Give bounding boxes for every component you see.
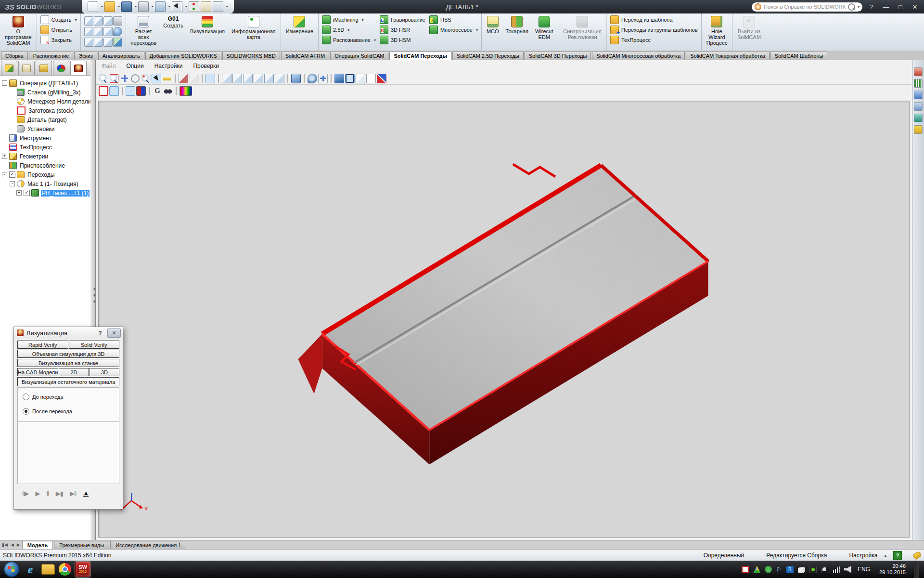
view-top-icon[interactable]	[264, 74, 274, 83]
pan-icon[interactable]	[120, 74, 129, 83]
view-front-icon[interactable]	[222, 74, 231, 83]
command-tab[interactable]: SolidCAM AFRM	[281, 52, 330, 60]
command-tab[interactable]: Сборка	[1, 52, 28, 60]
tree-item[interactable]: ТехПроцесс	[2, 143, 90, 152]
menu-item[interactable]: Опции	[127, 63, 144, 69]
pause-button[interactable]: Ⅱ	[46, 490, 49, 497]
network-signal-icon[interactable]	[833, 566, 840, 573]
view-cube-icon[interactable]	[103, 38, 113, 47]
separator[interactable]	[122, 87, 123, 95]
select-arrow-icon[interactable]	[172, 1, 182, 12]
zoom-in-out-icon[interactable]	[141, 74, 151, 83]
compare-swap-icon[interactable]	[377, 74, 386, 83]
shaded-mode-icon[interactable]	[334, 74, 344, 83]
tree-checkbox[interactable]: ✓	[24, 190, 30, 196]
template-operation-icon[interactable]: Переход из шаблона	[610, 15, 698, 24]
gcode-icon[interactable]: G	[153, 86, 162, 96]
tree-item[interactable]: Приспособление	[2, 161, 90, 170]
hss-icon[interactable]: HSS	[429, 15, 478, 24]
step-forward-button[interactable]: ▶▮	[56, 490, 63, 497]
select-cursor-icon[interactable]	[152, 74, 161, 83]
tab-scroll-first[interactable]: ▮◀	[2, 542, 8, 547]
tree-item[interactable]: Установки	[2, 124, 90, 133]
command-tab[interactable]: SolidCAM Переходы	[389, 52, 451, 60]
tree-checkbox[interactable]: ✓	[9, 171, 15, 178]
view-cube-icon[interactable]	[94, 27, 103, 36]
rest-material-button[interactable]: Визуализация остаточного материала	[17, 377, 119, 386]
cad-model-button[interactable]: 3D	[90, 368, 119, 376]
command-tab[interactable]: Добавления SOLIDWORKS	[145, 52, 221, 60]
command-tab[interactable]: Расположение	[29, 52, 74, 60]
solidcam-tray-icon[interactable]	[742, 566, 749, 573]
expand-toggle[interactable]: +	[2, 154, 7, 159]
section-view-icon[interactable]	[113, 38, 122, 47]
tree-item[interactable]: - Mac 1 (1- Позиция)	[2, 179, 90, 188]
imachining-icon[interactable]: iMachining ▾	[322, 15, 376, 24]
undo-icon[interactable]	[155, 1, 166, 12]
search-dropdown-arrow[interactable]: ▾	[858, 5, 860, 9]
command-tab[interactable]: SolidCAM Многоосевая обработка	[592, 52, 685, 60]
radio-option[interactable]: После перехода	[23, 408, 114, 415]
rest-material-icon[interactable]	[136, 86, 146, 96]
transparent-mode-icon[interactable]	[366, 74, 376, 83]
view-back-icon[interactable]	[232, 74, 242, 83]
display-settings-icon[interactable]	[213, 1, 223, 12]
view-bottom-icon[interactable]	[275, 74, 284, 83]
view-cube-icon[interactable]	[84, 38, 93, 47]
expand-toggle[interactable]: -	[2, 172, 7, 177]
clock[interactable]: 20:46 29.10.2015	[879, 563, 906, 576]
internet-explorer-icon[interactable]: e	[23, 562, 38, 577]
command-tab[interactable]: Операция SolidCAM	[330, 52, 388, 60]
speaker-icon[interactable]	[844, 566, 851, 573]
tab-scroll-left[interactable]: ◀	[11, 542, 14, 547]
show-stock-icon[interactable]	[179, 74, 188, 83]
tree-item[interactable]: - ✓ Переходы	[2, 170, 90, 179]
tree-item[interactable]: Деталь (target)	[2, 115, 90, 124]
language-indicator[interactable]: ENG	[858, 566, 870, 573]
multiaxis-icon[interactable]: Многоосевое ▾	[429, 26, 478, 34]
play-button[interactable]: ▶	[35, 490, 39, 497]
help-button[interactable]: ?	[866, 3, 877, 11]
render-drop-icon[interactable]	[113, 27, 122, 36]
google-drive-icon[interactable]	[753, 566, 760, 573]
configuration-arrow[interactable]: ▴	[884, 553, 886, 558]
zoom-window-icon[interactable]	[109, 74, 119, 83]
select-dropdown-arrow[interactable]	[184, 2, 187, 12]
view-cube-icon[interactable]	[84, 27, 93, 36]
close-cam-part-button[interactable]: Закрыть	[40, 36, 77, 44]
rebuild-traffic-light-icon[interactable]	[189, 1, 199, 12]
help-search-input[interactable]: Поиск в Справке по SOLIDWORKS ▾	[752, 2, 862, 12]
tab-scroll-right[interactable]: ▶	[17, 542, 20, 547]
view-cube-icon[interactable]	[103, 16, 113, 26]
separator[interactable]	[218, 74, 219, 83]
right-toolbar-icon-1[interactable]	[914, 67, 923, 76]
machine-coordinate-icon[interactable]	[318, 74, 328, 83]
zoom-fit-icon[interactable]	[99, 74, 108, 83]
highlight-icon[interactable]	[205, 74, 215, 83]
generate-gcode-button[interactable]: G01 Создать	[162, 15, 185, 29]
shaded-edges-mode-icon[interactable]	[345, 74, 355, 83]
mco-button[interactable]: MCO	[485, 15, 500, 35]
start-button[interactable]	[4, 562, 19, 577]
open-cam-part-button[interactable]: Открыть	[40, 26, 77, 34]
machine-simulation-button[interactable]: Визуализация на станке	[17, 359, 119, 367]
shell-display-icon[interactable]	[308, 74, 317, 83]
view-cube-icon[interactable]	[94, 38, 103, 47]
model-tab[interactable]: Трехмерные виды	[54, 541, 109, 549]
display-dropdown-arrow[interactable]	[225, 2, 228, 12]
radio-option[interactable]: До перехода	[23, 394, 114, 400]
minimize-button[interactable]: —	[881, 3, 891, 11]
separator[interactable]	[175, 74, 176, 83]
command-tab[interactable]: SolidCAM Шаблоны	[770, 52, 828, 60]
hsm-3d-icon[interactable]: 3D HSM	[380, 36, 425, 44]
model-tab[interactable]: Модель	[22, 541, 53, 549]
antivirus-shield-icon[interactable]	[765, 566, 772, 573]
satellite-icon[interactable]	[821, 566, 828, 573]
command-tab[interactable]: SolidCAM 2.5D Переходы	[452, 52, 524, 60]
target-display-icon[interactable]	[109, 86, 119, 96]
template-group-icon[interactable]: Переходы из группы шаблонов	[610, 26, 698, 34]
solidworks-app-icon[interactable]: SW	[75, 562, 90, 577]
create-cam-part-button[interactable]: Создать ▾	[40, 15, 77, 24]
separator[interactable]	[331, 74, 332, 83]
play-to-end-button[interactable]: ▶‖	[70, 490, 76, 497]
